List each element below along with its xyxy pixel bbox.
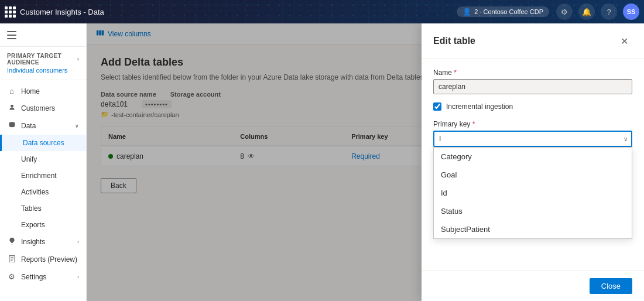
dropdown-option-category[interactable]: Category (434, 148, 632, 166)
app-title: Customer Insights - Data (20, 8, 104, 16)
nav-label-exports: Exports (21, 221, 45, 229)
nav-label-activities: Activities (21, 188, 49, 196)
nav-label-tables: Tables (21, 204, 42, 213)
insights-chevron-icon: › (77, 239, 79, 245)
nav-label-reports: Reports (Preview) (21, 255, 77, 264)
notifications-icon[interactable]: 🔔 (578, 4, 595, 20)
settings-chevron-icon: › (77, 274, 79, 280)
sidebar: Primary target audience › Individual con… (0, 23, 87, 301)
sidebar-item-customers[interactable]: Customers (0, 100, 86, 117)
sidebar-item-insights[interactable]: Insights › (0, 233, 86, 251)
panel-header: Edit table ✕ (422, 23, 644, 59)
primary-key-input[interactable] (433, 131, 632, 147)
close-button[interactable]: Close (590, 278, 632, 294)
home-icon: ⌂ (7, 87, 16, 95)
panel-footer: Close (422, 271, 644, 301)
sidebar-item-data[interactable]: Data ∨ (0, 117, 86, 135)
sidebar-item-reports[interactable]: Reports (Preview) (0, 251, 86, 268)
nav-label-settings: Settings (21, 273, 46, 281)
settings-icon[interactable]: ⚙ (556, 4, 573, 20)
sidebar-item-activities[interactable]: Activities (0, 184, 86, 200)
nav-label-data-sources: Data sources (23, 139, 64, 147)
expand-icon: › (77, 56, 79, 62)
sidebar-item-settings[interactable]: ⚙ Settings › (0, 268, 86, 285)
primary-key-required-marker: * (472, 120, 475, 128)
sidebar-item-data-sources[interactable]: Data sources (0, 135, 86, 151)
name-input[interactable] (433, 79, 632, 94)
waffle-icon[interactable] (5, 6, 15, 17)
panel-body: Name * Incremental ingestion Primary key… (422, 59, 644, 271)
sidebar-item-enrichment[interactable]: Enrichment (0, 167, 86, 184)
nav-label-home: Home (21, 87, 40, 95)
org-badge[interactable]: 👤 2 · Contoso Coffee CDP (457, 6, 549, 17)
name-field-group: Name * (433, 69, 632, 102)
name-required-marker: * (454, 69, 457, 77)
sidebar-item-tables[interactable]: Tables (0, 200, 86, 217)
settings-nav-icon: ⚙ (7, 272, 16, 281)
topbar: Customer Insights - Data 👤 2 · Contoso C… (0, 0, 644, 23)
nav-label-insights: Insights (21, 238, 45, 246)
reports-icon (7, 255, 16, 264)
incremental-checkbox[interactable] (433, 102, 441, 111)
primary-audience-label[interactable]: Primary target audience › (7, 53, 79, 66)
data-icon (7, 121, 16, 131)
sidebar-item-home[interactable]: ⌂ Home (0, 83, 86, 100)
hamburger-icon (7, 31, 16, 39)
dropdown-option-id[interactable]: Id (434, 184, 632, 202)
panel-close-button[interactable]: ✕ (616, 33, 632, 49)
avatar[interactable]: SS (623, 4, 639, 20)
incremental-ingestion-row: Incremental ingestion (433, 102, 632, 111)
edit-table-panel: Edit table ✕ Name * Incremental ingestio… (422, 23, 644, 301)
incremental-label: Incremental ingestion (446, 102, 513, 111)
sidebar-toggle[interactable] (0, 23, 86, 47)
primary-key-field-group: Primary key * ∨ Category Goal Id Status … (433, 120, 632, 147)
dropdown-option-status[interactable]: Status (434, 202, 632, 220)
primary-key-dropdown-list: Category Goal Id Status SubjectPatient (433, 147, 632, 239)
nav-items: ⌂ Home Customers Data ∨ Data sources (0, 80, 86, 301)
dropdown-option-goal[interactable]: Goal (434, 166, 632, 184)
nav-label-customers: Customers (21, 104, 55, 112)
name-field-label: Name * (433, 69, 632, 77)
dropdown-option-subjectpatient[interactable]: SubjectPatient (434, 220, 632, 238)
primary-audience-sub: Individual consumers (7, 67, 79, 74)
customers-icon (7, 104, 16, 113)
insights-icon (7, 237, 16, 247)
nav-label-enrichment: Enrichment (21, 172, 57, 180)
panel-title: Edit table (433, 36, 475, 46)
help-icon[interactable]: ? (601, 4, 617, 20)
nav-label-data: Data (21, 122, 36, 130)
primary-key-label: Primary key * (433, 120, 632, 128)
sidebar-item-exports[interactable]: Exports (0, 217, 86, 233)
primary-audience-section: Primary target audience › Individual con… (0, 47, 86, 80)
data-chevron-icon: ∨ (75, 123, 79, 129)
nav-label-unify: Unify (21, 155, 37, 163)
primary-key-dropdown-wrapper: ∨ Category Goal Id Status SubjectPatient (433, 131, 632, 147)
sidebar-item-unify[interactable]: Unify (0, 151, 86, 167)
